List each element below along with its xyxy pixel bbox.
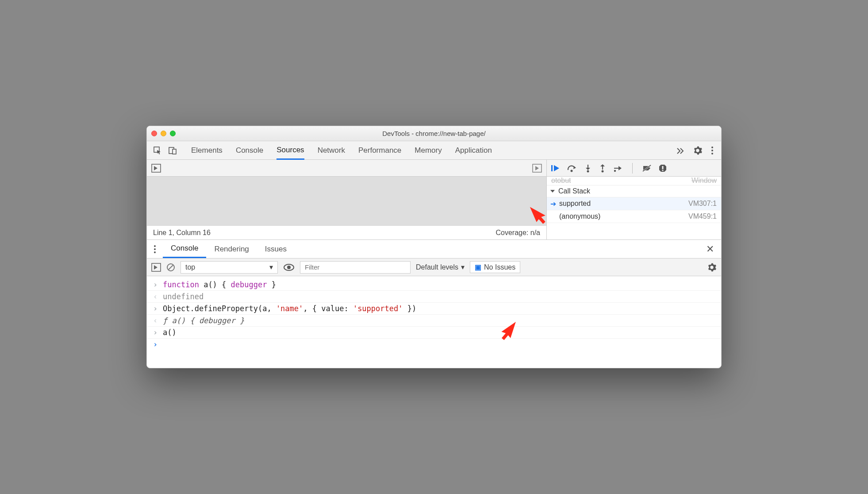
step-over-icon[interactable] <box>567 164 577 173</box>
svg-point-4 <box>711 150 713 151</box>
call-stack-title: Call Stack <box>558 187 590 195</box>
console-line-content: ƒ a() { debugger } <box>163 316 244 325</box>
main-tabbar: ElementsConsoleSourcesNetworkPerformance… <box>147 141 721 160</box>
chevron-down-icon: ▾ <box>269 263 273 271</box>
svg-point-3 <box>711 147 713 148</box>
svg-point-11 <box>587 170 589 172</box>
svg-rect-18 <box>662 166 664 169</box>
tab-elements[interactable]: Elements <box>191 141 223 159</box>
step-icon[interactable] <box>613 164 623 173</box>
svg-point-9 <box>571 170 573 172</box>
obscured-row-right: Window <box>691 177 717 185</box>
svg-rect-2 <box>173 149 176 154</box>
prompt-in-icon <box>152 328 158 337</box>
device-toggle-icon[interactable] <box>168 146 177 155</box>
console-sidebar-toggle-icon[interactable] <box>151 263 161 272</box>
titlebar: DevTools - chrome://new-tab-page/ <box>147 126 721 141</box>
svg-point-13 <box>602 170 604 172</box>
debugger-panel: otobut Window Call Stack ➔supportedVM307… <box>546 177 721 239</box>
prompt-in-icon <box>152 304 158 313</box>
tab-sources[interactable]: Sources <box>277 142 304 160</box>
step-out-icon[interactable] <box>599 164 607 173</box>
console-line-content: a() <box>163 328 177 337</box>
console-line: undefined <box>147 291 721 303</box>
console-settings-gear-icon[interactable] <box>707 262 717 272</box>
svg-rect-19 <box>662 170 664 171</box>
console-line-content: Object.defineProperty(a, 'name', { value… <box>163 304 416 313</box>
drawer-tab-console[interactable]: Console <box>163 240 206 258</box>
call-stack-header[interactable]: Call Stack <box>547 185 721 197</box>
tab-application[interactable]: Application <box>455 141 492 159</box>
source-editor-area[interactable] <box>147 177 546 225</box>
drawer-kebab-icon[interactable] <box>147 244 163 254</box>
live-expression-icon[interactable] <box>283 263 295 271</box>
drawer-tabbar: ConsoleRenderingIssues ✕ <box>147 240 721 259</box>
svg-point-20 <box>154 245 156 247</box>
tab-console[interactable]: Console <box>236 141 263 159</box>
show-debugger-icon[interactable] <box>532 164 542 173</box>
context-selector[interactable]: top ▾ <box>181 261 278 274</box>
tab-memory[interactable]: Memory <box>415 141 442 159</box>
drawer-tab-rendering[interactable]: Rendering <box>206 240 257 258</box>
console-filter-input[interactable] <box>300 261 411 274</box>
console-line-content: undefined <box>163 292 204 301</box>
resume-icon[interactable] <box>550 164 560 173</box>
show-navigator-icon[interactable] <box>151 164 161 173</box>
frame-name: (anonymous) <box>559 212 600 220</box>
frame-location: VM459:1 <box>688 212 717 220</box>
more-tabs-icon[interactable] <box>676 147 685 154</box>
call-stack-frame[interactable]: ➔supportedVM307:1 <box>547 197 721 210</box>
console-input-line[interactable] <box>147 339 721 350</box>
source-status-bar: Line 1, Column 16 Coverage: n/a <box>147 225 546 239</box>
prompt-out-icon <box>152 316 158 325</box>
deactivate-breakpoints-icon[interactable] <box>642 164 652 173</box>
coverage-indicator: Coverage: n/a <box>495 229 540 237</box>
console-line: ƒ a() { debugger } <box>147 315 721 327</box>
tab-performance[interactable]: Performance <box>358 141 401 159</box>
frame-location: VM307:1 <box>688 200 717 208</box>
svg-point-5 <box>711 153 713 154</box>
tab-network[interactable]: Network <box>318 141 345 159</box>
sources-toolbar <box>147 160 721 177</box>
devtools-window: DevTools - chrome://new-tab-page/ Elemen… <box>146 126 722 368</box>
prompt-out-icon <box>152 292 158 301</box>
step-into-icon[interactable] <box>584 164 592 173</box>
kebab-menu-icon[interactable] <box>711 146 714 155</box>
settings-gear-icon[interactable] <box>693 146 703 155</box>
console-toolbar: top ▾ Default levels ▾ ▣ No Issues <box>147 259 721 276</box>
log-levels-dropdown[interactable]: Default levels ▾ <box>416 263 465 271</box>
sources-split: Line 1, Column 16 Coverage: n/a otobut W… <box>147 177 721 240</box>
console-line: function a() { debugger } <box>147 279 721 291</box>
console-line: Object.defineProperty(a, 'name', { value… <box>147 303 721 315</box>
console-output[interactable]: function a() { debugger }undefinedObject… <box>147 276 721 368</box>
drawer-close-icon[interactable]: ✕ <box>699 243 721 255</box>
console-line: a() <box>147 327 721 339</box>
chevron-down-icon: ▾ <box>461 263 465 271</box>
drawer-tab-issues[interactable]: Issues <box>257 240 295 258</box>
issues-icon: ▣ <box>475 263 481 271</box>
svg-point-15 <box>614 170 616 171</box>
issues-label: No Issues <box>484 263 515 271</box>
cursor-position: Line 1, Column 16 <box>153 229 211 237</box>
svg-rect-8 <box>551 165 553 171</box>
inspect-icon[interactable] <box>153 146 162 155</box>
call-stack-frame[interactable]: (anonymous)VM459:1 <box>547 210 721 223</box>
console-line-content: function a() { debugger } <box>163 280 276 289</box>
frame-name: supported <box>559 200 591 208</box>
context-value: top <box>185 263 195 271</box>
current-frame-icon: ➔ <box>550 200 556 208</box>
obscured-row-left: otobut <box>551 177 571 185</box>
chevron-down-icon <box>550 190 555 193</box>
window-title: DevTools - chrome://new-tab-page/ <box>147 130 721 137</box>
svg-point-27 <box>287 266 291 269</box>
clear-console-icon[interactable] <box>166 263 175 272</box>
pause-exceptions-icon[interactable] <box>658 164 667 173</box>
issues-chip[interactable]: ▣ No Issues <box>470 261 520 273</box>
levels-label: Default levels <box>416 263 458 271</box>
prompt-live-icon <box>152 340 158 349</box>
prompt-in-icon <box>152 280 158 289</box>
svg-point-21 <box>154 248 156 250</box>
svg-line-25 <box>169 265 173 270</box>
svg-point-22 <box>154 251 156 253</box>
